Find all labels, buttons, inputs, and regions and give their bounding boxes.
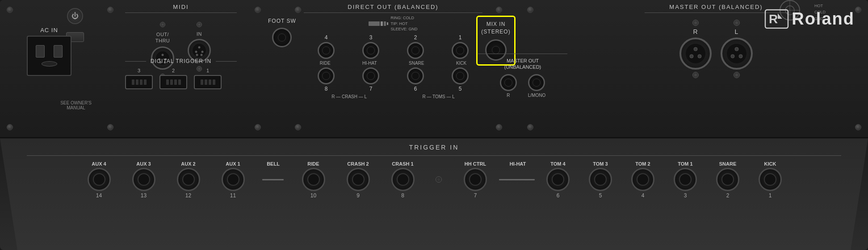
bell-line: [262, 179, 284, 180]
crash2-num: 9: [356, 192, 360, 199]
screw-b5: [496, 124, 502, 130]
svg-point-0: [162, 54, 164, 56]
kick-num: 1: [769, 192, 772, 199]
direct-jack-4: [318, 42, 335, 59]
dt-port-3: 3: [125, 68, 153, 89]
trigger-port-hihat: HI-HAT: [499, 161, 537, 199]
unbal-r-label: R: [507, 93, 510, 98]
hihat-space: [499, 168, 537, 191]
screw-t3: [255, 7, 261, 13]
spacer-mid: [425, 161, 452, 183]
hhctrl-jack: [464, 168, 487, 191]
screw-b4: [295, 124, 301, 130]
svg-text:R: R: [769, 12, 778, 26]
direct-out-section: DIRECT OUT (BALANCED) RING: COLD TIP: HO…: [304, 0, 482, 99]
dt-port-1: 1: [194, 68, 222, 89]
dt-port-2: 2: [159, 68, 187, 89]
tom3-jack: [589, 168, 612, 191]
tom4-label: TOM 4: [550, 161, 565, 167]
screw-tl: [7, 7, 13, 13]
foot-sw-label: FOOT SW: [268, 18, 296, 24]
master-l-screw-bot: [734, 72, 740, 78]
tom2-jack: [631, 168, 654, 191]
digital-trigger-ports: 3 2: [125, 68, 237, 89]
unbal-jack-r: [500, 74, 517, 91]
aux2-label: AUX 2: [181, 161, 195, 167]
trigger-port-tom3: TOM 3 5: [579, 161, 622, 199]
crash-label: R — CRASH — L: [331, 94, 367, 99]
aux2-jack: [177, 168, 200, 191]
master-out-xlr-l: [721, 38, 753, 70]
trigger-port-aux4: AUX 4 14: [77, 161, 122, 199]
device-panel: ⏻ AC IN SEE OWNER'S MANUAL MIDI: [0, 0, 868, 250]
trigger-port-aux2: AUX 2 12: [166, 161, 211, 199]
power-button[interactable]: ⏻: [67, 8, 83, 24]
direct-port-6: 6: [407, 67, 424, 92]
roland-text: Roland: [792, 9, 855, 29]
unbal-port-lmono: L/MONO: [528, 74, 545, 98]
svg-point-5: [198, 46, 201, 49]
mid-screw: [436, 176, 442, 183]
master-xlr-l-inner: [727, 44, 746, 63]
aux4-label: AUX 4: [92, 161, 106, 167]
midi-in-screw-top: [197, 22, 202, 27]
foot-sw-section: FOOT SW: [268, 18, 296, 47]
tom4-num: 6: [557, 192, 560, 199]
screw-tr: [855, 7, 861, 13]
unbal-lmono-label: L/MONO: [528, 93, 545, 98]
screw-b3: [255, 124, 261, 130]
digital-trigger-section: DIGITAL TRIGGER IN 3 2: [125, 58, 237, 89]
master-out-l-group: L: [721, 20, 753, 78]
aux4-jack: [88, 168, 111, 191]
master-out-unbal-label: MASTER OUT(UNBALANCED): [478, 58, 567, 71]
aux3-num: 13: [141, 192, 147, 199]
trigger-in-ports: AUX 4 14 AUX 3 13 AUX 2 12: [27, 156, 841, 199]
ac-pin-left: [36, 45, 45, 58]
screw-b6: [527, 124, 533, 130]
direct-out-ports-row1: 4 3 2 1: [304, 34, 482, 59]
snare-jack: [716, 168, 739, 191]
master-r-screw-bot: [692, 72, 699, 78]
trigger-port-bell: BELL: [256, 161, 291, 199]
crash1-jack: [391, 168, 415, 191]
aux1-jack: [222, 168, 245, 191]
crash1-num: 8: [401, 192, 404, 199]
crash-toms-row: R — CRASH — L R — TOMS — L: [304, 94, 482, 99]
master-xlr-r-inner: [686, 44, 705, 63]
aux1-num: 11: [230, 192, 236, 199]
ac-pin-right: [54, 45, 63, 58]
unbal-port-r: R: [500, 74, 517, 98]
trigger-port-kick: KICK 1: [749, 161, 792, 199]
hhctrl-num: 7: [474, 192, 477, 199]
trigger-port-crash2: CRASH 2 9: [336, 161, 381, 199]
crash1-label: CRASH 1: [392, 161, 413, 167]
screw-t5: [496, 7, 502, 13]
direct-jack-6: [407, 67, 424, 84]
screw-bl: [7, 124, 13, 130]
bell-space: [262, 168, 285, 191]
master-l-screw-top: [734, 20, 740, 26]
unbal-jack-lmono: [528, 74, 545, 91]
midi-out-screw-top: [160, 22, 165, 27]
direct-out-label: DIRECT OUT (BALANCED): [304, 0, 482, 13]
aux3-label: AUX 3: [136, 161, 151, 167]
trigger-port-tom1: TOM 1 3: [664, 161, 707, 199]
ac-ground-pin: [42, 61, 57, 67]
master-r-label: R: [693, 28, 698, 35]
ac-inlet: [27, 36, 71, 76]
dt-connector-2: [159, 75, 187, 89]
bell-label: BELL: [267, 161, 280, 167]
hihat-label: HI-HAT: [510, 161, 526, 167]
svg-point-11: [690, 54, 693, 58]
direct-out-labels-row1: RIDE HI-HAT SNARE KICK: [304, 61, 482, 66]
crash2-jack: [347, 168, 370, 191]
dt-connector-3: [125, 75, 153, 89]
unbal-ports-row: R L/MONO: [478, 74, 567, 98]
direct-jack-3: [362, 42, 379, 59]
screw-br: [855, 124, 861, 130]
direct-port-3: 3: [362, 34, 379, 59]
aux4-num: 14: [96, 192, 102, 199]
ac-in-section: AC IN SEE OWNER'S MANUAL: [27, 27, 71, 76]
master-r-screw-top: [692, 20, 699, 26]
tom1-label: TOM 1: [678, 161, 692, 167]
